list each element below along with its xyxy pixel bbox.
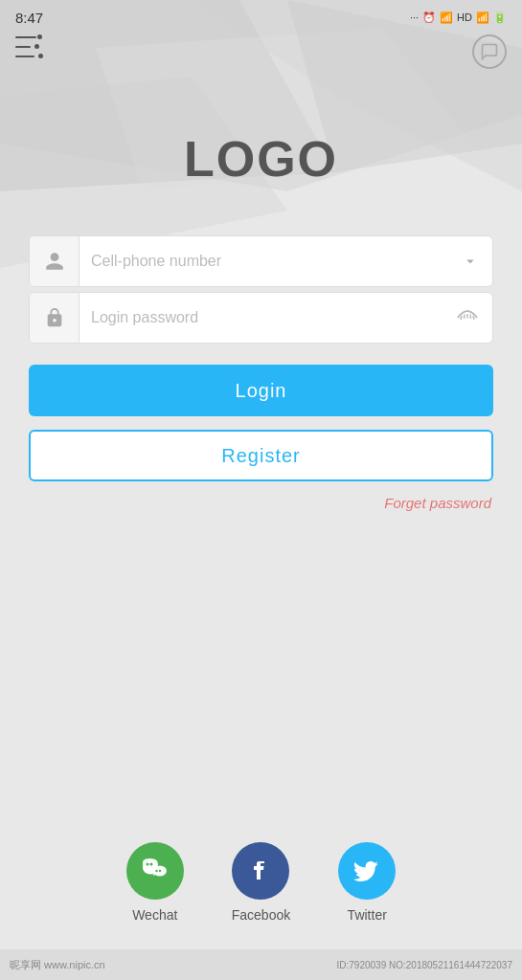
facebook-icon xyxy=(232,842,289,900)
register-button[interactable]: Register xyxy=(29,430,493,481)
slider-line-2 xyxy=(15,44,43,49)
password-input-group xyxy=(29,292,493,344)
hd-label: HD xyxy=(457,11,472,23)
svg-line-7 xyxy=(465,315,465,320)
status-time: 8:47 xyxy=(15,10,43,26)
svg-point-18 xyxy=(149,863,152,866)
alarm-icon: ⏰ xyxy=(422,11,436,24)
user-icon xyxy=(30,236,79,286)
form-area: Login Register Forget password xyxy=(0,235,522,512)
lock-icon xyxy=(30,293,79,343)
svg-point-20 xyxy=(159,870,161,872)
watermark-left: 昵享网 www.nipic.cn xyxy=(10,958,105,972)
svg-line-10 xyxy=(473,316,474,320)
logo-text: LOGO xyxy=(184,131,338,187)
wechat-label: Wechat xyxy=(132,907,177,923)
dropdown-icon[interactable] xyxy=(462,253,492,270)
phone-input-group xyxy=(29,235,493,287)
dots-icon: ··· xyxy=(410,11,419,23)
login-button[interactable]: Login xyxy=(29,365,493,416)
wechat-login[interactable]: Wechat xyxy=(126,842,184,923)
facebook-label: Facebook xyxy=(232,907,290,923)
watermark-right: ID:7920039 NO:20180521161444722037 xyxy=(337,960,513,970)
twitter-label: Twitter xyxy=(348,907,387,923)
battery-icon: 🔋 xyxy=(493,11,507,24)
twitter-icon xyxy=(338,842,396,900)
wifi-icon: 📶 xyxy=(440,11,453,24)
watermark: 昵享网 www.nipic.cn ID:7920039 NO:201805211… xyxy=(0,949,522,980)
slider-line-3 xyxy=(15,54,43,58)
status-bar: 8:47 ··· ⏰ 📶 HD 📶 🔋 xyxy=(0,0,522,31)
top-controls xyxy=(0,31,522,73)
wechat-icon xyxy=(126,842,184,900)
facebook-login[interactable]: Facebook xyxy=(232,842,290,923)
twitter-login[interactable]: Twitter xyxy=(338,842,396,923)
eye-icon[interactable] xyxy=(456,310,492,325)
svg-line-9 xyxy=(470,315,471,320)
chat-bubble-icon[interactable] xyxy=(472,34,507,69)
password-input[interactable] xyxy=(79,309,456,326)
svg-point-17 xyxy=(146,863,148,866)
svg-point-19 xyxy=(155,870,157,872)
svg-line-6 xyxy=(461,316,462,320)
logo-area: LOGO xyxy=(0,130,522,188)
social-login-area: Wechat Facebook Twitter xyxy=(0,842,522,923)
forget-password-link[interactable]: Forget password xyxy=(384,495,491,511)
slider-line-1 xyxy=(15,34,43,39)
phone-input[interactable] xyxy=(79,253,462,270)
signal-icon: 📶 xyxy=(476,11,489,24)
status-icons: ··· ⏰ 📶 HD 📶 🔋 xyxy=(410,11,507,24)
forget-password-area: Forget password xyxy=(29,495,493,512)
sliders-icon[interactable] xyxy=(15,34,43,58)
